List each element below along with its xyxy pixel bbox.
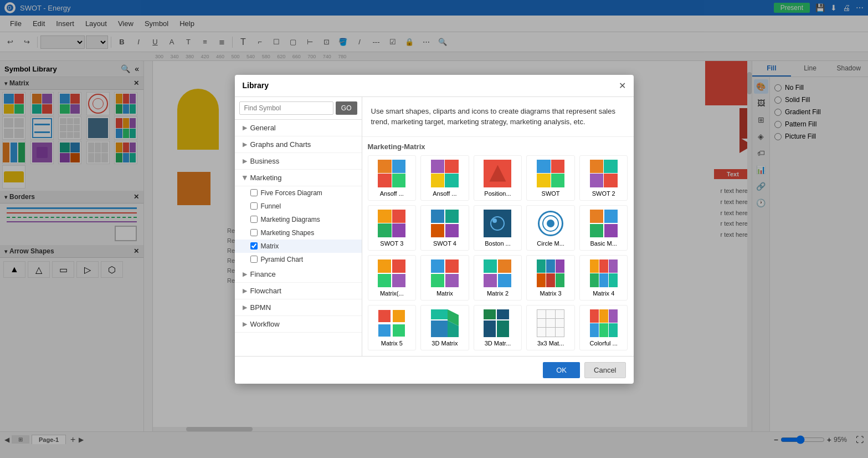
symbol-search-button[interactable]: GO: [336, 101, 357, 115]
sym-matrix4[interactable]: Matrix 4: [579, 255, 628, 301]
sym-ansoff1[interactable]: Ansoff ...: [368, 155, 417, 201]
sym-matrixp[interactable]: Matrix(...: [368, 255, 417, 301]
colorful-label: Colorful ...: [590, 340, 618, 347]
3dmatr-img: [483, 309, 512, 338]
modal-body: GO ▶ General ▶ Graphs and Charts ▶: [235, 97, 634, 356]
sym-matrix5[interactable]: Matrix 5: [368, 305, 417, 350]
3dmatr-label: 3D Matr...: [485, 340, 511, 347]
modal-footer: OK Cancel: [235, 356, 634, 384]
tree-sub-matrix[interactable]: Matrix: [235, 240, 362, 253]
modal-title: Library: [243, 81, 269, 90]
tree-sub-funnel[interactable]: Funnel: [235, 200, 362, 213]
tree-sub-pyramid[interactable]: Pyramid Chart: [235, 253, 362, 266]
swot4-img: [430, 209, 459, 238]
sym-position[interactable]: Position...: [474, 155, 522, 201]
modal-cancel-button[interactable]: Cancel: [584, 362, 625, 378]
tree-item-general[interactable]: ▶ General: [235, 120, 362, 136]
3dmatrix-svg: [431, 309, 459, 337]
modal-description: Use smart shapes, cliparts and icons to …: [362, 97, 634, 137]
bpmn-label: BPMN: [250, 303, 271, 312]
position-label: Position...: [484, 190, 511, 197]
sym-3x3mat[interactable]: 3x3 Mat...: [526, 305, 575, 350]
tree-item-business[interactable]: ▶ Business: [235, 153, 362, 170]
matrix3-img: [536, 259, 565, 288]
tree-item-workflow[interactable]: ▶ Workflow: [235, 316, 362, 333]
tree-item-graphs[interactable]: ▶ Graphs and Charts: [235, 136, 362, 153]
3dmatrix-label: 3D Matrix: [432, 340, 458, 347]
tree-sub-marketing-shapes[interactable]: Marketing Shapes: [235, 226, 362, 240]
boston-img: [483, 209, 512, 238]
symbol-search-input[interactable]: [239, 101, 333, 115]
sym-3dmatrix[interactable]: 3D Matrix: [420, 305, 469, 350]
finance-arrow-icon: ▶: [243, 271, 247, 278]
tree-item-finance[interactable]: ▶ Finance: [235, 266, 362, 283]
ansoff2-img: [430, 159, 459, 188]
swot-img: [536, 159, 565, 188]
circlem-label: Circle M...: [537, 240, 564, 247]
sym-swot4[interactable]: SWOT 4: [420, 205, 469, 251]
funnel-label: Funnel: [261, 202, 281, 210]
3dmatr-svg: [484, 309, 511, 337]
finance-label: Finance: [250, 270, 276, 278]
sym-boston[interactable]: Boston ...: [474, 205, 522, 251]
3x3mat-img: [536, 309, 565, 338]
matrix-img: [430, 259, 459, 288]
five-forces-checkbox[interactable]: [250, 189, 258, 196]
svg-rect-8: [431, 320, 448, 337]
sym-ansoff2[interactable]: Ansoff ...: [420, 155, 469, 201]
matrix-label: Matrix: [436, 290, 453, 297]
sym-basicm[interactable]: Basic M...: [579, 205, 628, 251]
workflow-arrow-icon: ▶: [243, 320, 247, 328]
basicm-label: Basic M...: [590, 240, 617, 247]
sym-3dmatr[interactable]: 3D Matr...: [474, 305, 522, 350]
sym-matrix2[interactable]: Matrix 2: [474, 255, 522, 301]
flowchart-label: Flowchart: [250, 287, 281, 295]
modal-search: GO: [235, 97, 362, 120]
tree-item-bpmn[interactable]: ▶ BPMN: [235, 299, 362, 316]
matrix5-img: [377, 309, 406, 338]
svg-rect-13: [497, 320, 509, 337]
marketing-shapes-checkbox[interactable]: [250, 229, 258, 236]
sym-matrix3[interactable]: Matrix 3: [526, 255, 575, 301]
tree-sub-marketing-diagrams[interactable]: Marketing Diagrams: [235, 213, 362, 226]
swot2-img: [589, 159, 618, 188]
tree-item-flowchart[interactable]: ▶ Flowchart: [235, 283, 362, 299]
sym-swot2[interactable]: SWOT 2: [579, 155, 628, 201]
svg-rect-12: [484, 320, 496, 337]
svg-rect-9: [431, 309, 448, 319]
sym-matrix[interactable]: Matrix: [420, 255, 469, 301]
workflow-label: Workflow: [250, 320, 280, 328]
swot3-img: [377, 209, 406, 238]
tree-sub-five-forces[interactable]: Five Forces Diagram: [235, 186, 362, 200]
modal-right-panel: Use smart shapes, cliparts and icons to …: [362, 97, 634, 356]
modal-ok-button[interactable]: OK: [543, 362, 580, 378]
modal-close-button[interactable]: ✕: [619, 80, 626, 91]
marketing-diagrams-label: Marketing Diagrams: [261, 216, 320, 223]
boston-label: Boston ...: [485, 240, 510, 247]
matrixp-label: Matrix(...: [380, 290, 404, 297]
ansoff1-img: [377, 159, 406, 188]
marketing-shapes-label: Marketing Shapes: [261, 229, 315, 237]
marketing-diagrams-checkbox[interactable]: [250, 216, 258, 223]
funnel-checkbox[interactable]: [250, 202, 258, 210]
tree-item-marketing[interactable]: ▶ Marketing: [235, 170, 362, 186]
circlem-img: [536, 209, 565, 238]
matrix-label: Matrix: [261, 242, 279, 250]
modal-desc-text: Use smart shapes, cliparts and icons to …: [371, 106, 625, 128]
modal-symbols-area: Marketing-Matrix Ansoff ...: [362, 137, 634, 356]
svg-rect-4: [378, 324, 391, 337]
pyramid-checkbox[interactable]: [250, 256, 258, 263]
svg-rect-3: [393, 310, 405, 322]
general-arrow-icon: ▶: [243, 124, 247, 131]
matrix4-img: [589, 259, 618, 288]
library-modal: Library ✕ GO ▶ General ▶: [235, 75, 634, 384]
sym-swot3[interactable]: SWOT 3: [368, 205, 417, 251]
matrix4-label: Matrix 4: [593, 290, 614, 297]
sym-colorful[interactable]: Colorful ...: [579, 305, 628, 350]
modal-left-panel: GO ▶ General ▶ Graphs and Charts ▶: [235, 97, 362, 356]
ansoff2-label: Ansoff ...: [433, 190, 456, 197]
matrix-checkbox[interactable]: [250, 242, 258, 250]
colorful-img: [589, 309, 618, 338]
sym-swot[interactable]: SWOT: [526, 155, 575, 201]
sym-circlem[interactable]: Circle M...: [526, 205, 575, 251]
